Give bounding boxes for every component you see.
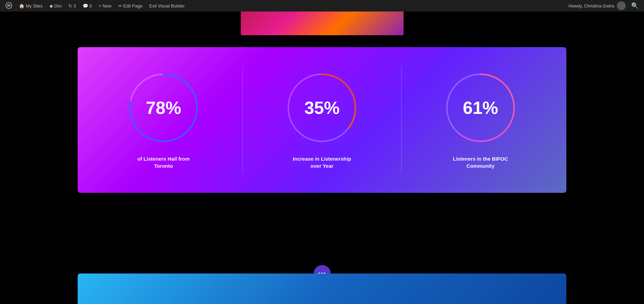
comments-count: 0 <box>90 3 92 8</box>
page-content: 78% of Listeners Hail from Toronto <box>0 12 644 304</box>
top-image-area <box>0 12 644 49</box>
wordpress-icon: W <box>5 2 12 10</box>
stat-value-bipoc: 61% <box>463 98 498 118</box>
stat-label-toronto: of Listeners Hail from Toronto <box>133 155 194 169</box>
howdy-greeting: Howdy, Christina Gwira <box>568 3 614 8</box>
admin-bar-right: Howdy, Christina Gwira 🔍 <box>568 1 641 10</box>
stat-item-toronto: 78% of Listeners Hail from Toronto <box>84 64 242 176</box>
stat-value-listenership: 35% <box>304 98 339 118</box>
hero-image <box>241 12 404 35</box>
divi-label: Divi <box>54 3 62 8</box>
my-sites-label: My Sites <box>26 3 43 8</box>
comment-icon: 💬 <box>83 3 88 8</box>
my-sites-menu[interactable]: 🏠 My Sites <box>16 0 45 12</box>
stats-section: 78% of Listeners Hail from Toronto <box>78 47 566 193</box>
circle-toronto: 78% <box>126 70 201 145</box>
stat-item-bipoc: 61% Listeners in the BIPOC Community <box>402 64 560 176</box>
stat-label-bipoc: Listeners in the BIPOC Community <box>450 155 511 169</box>
divi-icon: ◆ <box>50 3 53 8</box>
admin-bar: W 🏠 My Sites ◆ Divi ↻ 3 💬 0 + New ✏ Edit… <box>0 0 644 12</box>
wordpress-logo[interactable]: W <box>3 0 15 12</box>
edit-page-button[interactable]: ✏ Edit Page <box>116 0 145 12</box>
updates-icon: ↻ <box>69 3 72 8</box>
plus-icon: + <box>99 3 101 8</box>
svg-text:W: W <box>7 3 11 7</box>
search-icon[interactable]: 🔍 <box>628 2 641 9</box>
exit-builder-label: Exit Visual Builder <box>149 3 185 8</box>
updates-count: 3 <box>74 3 76 8</box>
stat-label-listenership: Increase in Listenership over Year <box>291 155 352 169</box>
exit-visual-builder-button[interactable]: Exit Visual Builder <box>147 0 188 12</box>
circle-bipoc: 61% <box>443 70 518 145</box>
divi-menu[interactable]: ◆ Divi <box>47 0 64 12</box>
updates-menu[interactable]: ↻ 3 <box>66 0 79 12</box>
stat-item-listenership: 35% Increase in Listenership over Year <box>243 64 401 176</box>
comments-menu[interactable]: 💬 0 <box>80 0 95 12</box>
edit-page-label: Edit Page <box>123 3 142 8</box>
bottom-section <box>78 273 566 304</box>
new-menu[interactable]: + New <box>96 0 114 12</box>
home-icon: 🏠 <box>19 3 24 8</box>
avatar[interactable] <box>617 1 626 10</box>
pencil-icon: ✏ <box>118 3 122 8</box>
stat-value-toronto: 78% <box>146 98 181 118</box>
circle-listenership: 35% <box>285 70 359 145</box>
new-label: New <box>103 3 112 8</box>
